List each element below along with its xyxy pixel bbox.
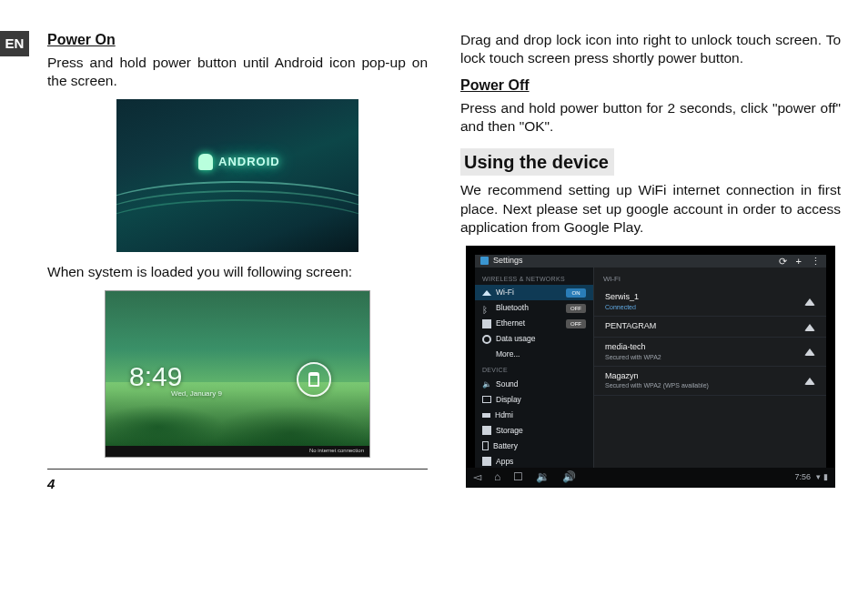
menu-icon: ⋮ (811, 255, 821, 268)
android-logo: ANDROID (198, 154, 280, 170)
hdmi-icon (482, 413, 490, 418)
apps-icon (482, 457, 491, 466)
settings-icon (480, 257, 489, 265)
wifi-signal-icon (804, 323, 815, 331)
wifi-icon (482, 290, 491, 296)
figure-settings: Settings ⟳ + ⋮ WIRELESS & NETWORKS Wi-Fi… (466, 246, 835, 488)
home-icon[interactable]: ⌂ (494, 470, 500, 485)
wifi-signal-icon (804, 348, 815, 356)
sidebar-item-data-usage[interactable]: Data usage (475, 331, 593, 347)
left-column: Power On Press and hold power button unt… (47, 31, 428, 499)
recents-icon[interactable]: ☐ (513, 470, 523, 485)
sidebar-item-more[interactable]: More... (475, 347, 593, 362)
lock-ring-icon (297, 362, 331, 397)
wifi-signal-icon (804, 377, 815, 385)
network-row[interactable]: PENTAGRAM (594, 317, 826, 338)
status-battery-icon: ▮ (823, 472, 828, 481)
sysnav-clock: 7:56 ▾ ▮ (794, 472, 828, 483)
data-usage-icon (482, 335, 491, 344)
drag-paragraph: Drag and drop lock icon into right to un… (460, 31, 841, 67)
heading-power-on: Power On (47, 31, 428, 50)
section-using-device: Using the device (460, 148, 614, 176)
group-wireless: WIRELESS & NETWORKS (475, 271, 593, 285)
storage-icon (482, 426, 491, 435)
sidebar-item-bluetooth[interactable]: ᛒBluetooth OFF (475, 300, 593, 316)
sidebar-item-storage[interactable]: Storage (475, 423, 593, 439)
bluetooth-icon: ᛒ (482, 304, 491, 313)
heading-power-off: Power Off (460, 76, 841, 96)
vol-up-icon[interactable]: 🔊 (562, 470, 576, 485)
sidebar-item-battery[interactable]: Battery (475, 439, 593, 454)
sidebar-item-wifi[interactable]: Wi-Fi ON (475, 285, 593, 300)
right-column: Drag and drop lock icon into right to un… (460, 31, 841, 499)
wifi-signal-icon (804, 298, 815, 306)
loaded-paragraph: When system is loaded you will following… (47, 263, 428, 281)
battery-icon (482, 441, 489, 450)
group-device: DEVICE (475, 362, 593, 376)
scan-icon: ⟳ (779, 255, 787, 268)
main-panel-title: Wi-Fi (594, 271, 826, 288)
lock-navbar-text: No internet connection (309, 448, 364, 455)
sidebar-item-ethernet[interactable]: Ethernet OFF (475, 316, 593, 331)
lock-date: Wed, January 9 (171, 389, 222, 399)
display-icon (482, 396, 491, 403)
network-row[interactable]: Serwis_1 Connected (594, 288, 826, 317)
network-row[interactable]: media-tech Secured with WPA2 (594, 338, 826, 367)
footer-rule (47, 469, 428, 470)
vol-down-icon[interactable]: 🔉 (536, 470, 550, 485)
sound-icon: 🔈 (482, 379, 491, 389)
power-off-paragraph: Press and hold power button for 2 second… (460, 99, 841, 136)
android-logo-text: ANDROID (218, 155, 280, 170)
add-icon: + (796, 255, 802, 268)
network-row[interactable]: Magazyn Secured with WPA2 (WPS available… (594, 367, 826, 396)
topbar-actions: ⟳ + ⋮ (779, 255, 821, 268)
system-navbar: ◅ ⌂ ☐ 🔉 🔊 7:56 ▾ ▮ (466, 468, 835, 488)
android-icon (198, 154, 213, 170)
figure-lock-screen: 8:49 Wed, January 9 No internet connecti… (105, 290, 370, 458)
figure-android-boot: ANDROID (116, 99, 358, 252)
settings-title: Settings (493, 256, 523, 267)
back-icon[interactable]: ◅ (473, 470, 481, 485)
using-paragraph: We recommend setting up WiFi internet co… (460, 181, 841, 236)
settings-topbar: Settings ⟳ + ⋮ (475, 255, 826, 268)
wifi-toggle[interactable]: ON (566, 288, 586, 298)
ethernet-toggle[interactable]: OFF (566, 319, 586, 328)
power-on-paragraph: Press and hold power button until Androi… (47, 54, 428, 90)
bluetooth-toggle[interactable]: OFF (566, 304, 586, 313)
sidebar-item-sound[interactable]: 🔈Sound (475, 377, 593, 392)
language-tag: EN (0, 31, 29, 56)
lock-navbar: No internet connection (106, 446, 369, 457)
sidebar-item-display[interactable]: Display (475, 392, 593, 408)
settings-main: Wi-Fi Serwis_1 Connected PENTAGRAM (594, 268, 826, 487)
status-wifi-icon: ▾ (816, 472, 821, 481)
sidebar-item-hdmi[interactable]: Hdmi (475, 408, 593, 423)
settings-sidebar: WIRELESS & NETWORKS Wi-Fi ON ᛒBluetooth … (475, 268, 594, 487)
ethernet-icon (482, 319, 491, 328)
page-number: 4 (47, 475, 428, 493)
